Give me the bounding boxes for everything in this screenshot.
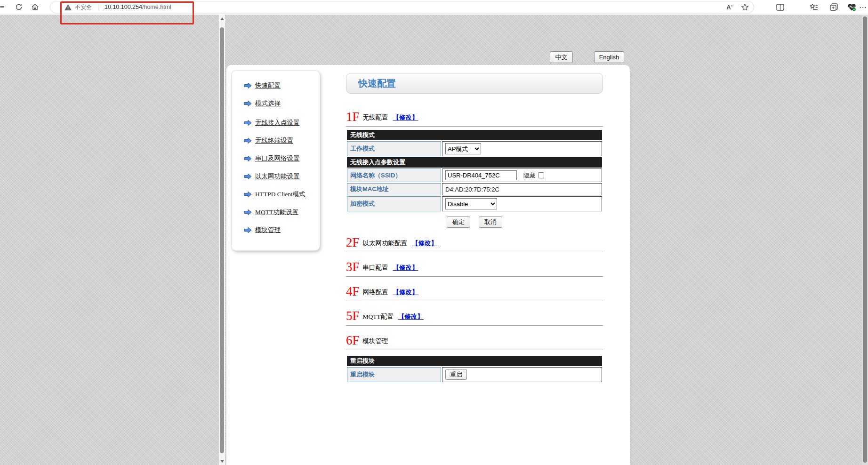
sidebar-link[interactable]: 快速配置 [255, 81, 281, 90]
work-mode-select[interactable]: AP模式 [445, 143, 481, 154]
sidebar-item-module-management[interactable]: 模块管理 [244, 224, 320, 236]
sidebar-item-quick-config[interactable]: 快速配置 [244, 80, 320, 91]
home-button[interactable] [29, 1, 40, 13]
section-3f-header: 3F 串口配置 【修改】 [346, 259, 603, 273]
encryption-label: 加密模式 [347, 196, 441, 211]
modify-link-3f[interactable]: 【修改】 [393, 264, 418, 273]
floor-number: 1F [346, 111, 360, 123]
settings-more-button[interactable]: ⋯ [857, 1, 868, 13]
home-icon [31, 3, 39, 11]
sidebar-link[interactable]: 无线终端设置 [255, 136, 293, 145]
webpage-background: 中文 English 快速配置 模式选择 无线接入点设置 [0, 15, 868, 465]
cancel-button[interactable]: 取消 [479, 216, 502, 228]
section-divider [346, 252, 603, 252]
mac-label: 模块MAC地址 [347, 183, 441, 195]
favorites-star-lines-icon [810, 3, 818, 11]
sidebar-link[interactable]: 模式选择 [255, 99, 281, 108]
sidebar-item-sta-settings[interactable]: 无线终端设置 [244, 135, 320, 146]
floor-number: 6F [346, 334, 360, 347]
collections-icon [830, 3, 838, 11]
blue-arrow-icon [244, 100, 252, 107]
hide-ssid-label: 隐藏 [523, 172, 536, 179]
section-label: 串口配置 [363, 264, 388, 273]
scroll-up-icon[interactable] [219, 16, 225, 22]
blue-arrow-icon [244, 82, 252, 89]
floor-number: 4F [346, 285, 360, 298]
blue-arrow-icon [244, 191, 252, 198]
browser-essentials-icon [847, 3, 856, 11]
sidebar-item-httpd-client[interactable]: HTTPD Client模式 [244, 189, 320, 200]
ap-params-header: 无线接入点参数设置 [347, 157, 602, 168]
modify-link-4f[interactable]: 【修改】 [393, 288, 418, 298]
restart-button[interactable]: 重启 [445, 369, 467, 380]
browser-essentials-button[interactable] [846, 1, 857, 13]
section-divider [346, 325, 603, 326]
floor-number: 5F [346, 310, 360, 322]
url-text[interactable]: 10.10.100.254/home.html [104, 4, 171, 10]
encryption-select[interactable]: Disable [445, 198, 497, 209]
sidebar-item-mqtt-settings[interactable]: MQTT功能设置 [244, 207, 320, 218]
blue-arrow-icon [244, 209, 252, 216]
section-5f-header: 5F MQTT配置 【修改】 [346, 308, 603, 322]
scrollbar-thumb[interactable] [220, 27, 224, 453]
section-label: 网络配置 [363, 288, 388, 298]
blue-arrow-icon [244, 173, 252, 180]
modify-link-5f[interactable]: 【修改】 [398, 313, 424, 322]
sidebar-menu: 快速配置 模式选择 无线接入点设置 无线终端设置 串口及网络设置 [232, 71, 320, 250]
page-title: 快速配置 [346, 73, 603, 94]
sidebar-item-uart-settings[interactable]: 串口及网络设置 [244, 153, 320, 164]
window-scrollbar[interactable] [862, 15, 868, 465]
favorite-star-icon[interactable] [741, 3, 749, 11]
sidebar-link[interactable]: MQTT功能设置 [255, 208, 298, 216]
blue-arrow-icon [244, 155, 252, 162]
section-divider [346, 301, 603, 301]
restart-label: 重启模块 [347, 367, 441, 382]
browser-toolbar: 不安全 10.10.100.254/home.html Aⁿ [0, 0, 868, 14]
floor-number: 2F [346, 236, 360, 249]
english-language-button[interactable]: English [594, 51, 624, 63]
confirm-button[interactable]: 确定 [447, 216, 470, 228]
modify-link-1f[interactable]: 【修改】 [393, 113, 418, 123]
sidebar-link[interactable]: 无线接入点设置 [255, 119, 300, 127]
sidebar-link[interactable]: HTTPD Client模式 [255, 190, 305, 199]
sidebar-link[interactable]: 模块管理 [255, 226, 281, 234]
section-label: 以太网功能配置 [363, 239, 408, 249]
split-screen-icon [776, 4, 784, 11]
encryption-cell: Disable [442, 196, 602, 211]
section-label: 模块管理 [363, 337, 388, 347]
scroll-down-icon[interactable] [219, 458, 225, 464]
split-screen-button[interactable] [774, 1, 786, 13]
blue-arrow-icon [244, 120, 252, 126]
chinese-language-button[interactable]: 中文 [550, 51, 573, 63]
sidebar-link[interactable]: 串口及网络设置 [255, 154, 300, 163]
collections-button[interactable] [828, 1, 839, 13]
refresh-icon [15, 3, 23, 11]
address-bar[interactable]: 不安全 10.10.100.254/home.html Aⁿ [50, 1, 754, 13]
section-6f-header: 6F 模块管理 [346, 333, 603, 347]
not-secure-warning-icon [64, 4, 72, 10]
ssid-label: 网络名称（SSID） [347, 168, 441, 182]
sidebar-item-ap-settings[interactable]: 无线接入点设置 [244, 117, 320, 128]
section-1f-header: 1F 无线配置 【修改】 [346, 109, 603, 123]
section-4f-header: 4F 网络配置 【修改】 [346, 284, 603, 298]
back-icon[interactable] [0, 6, 4, 8]
section-divider [346, 276, 603, 277]
window-scrollbar-thumb[interactable] [863, 16, 867, 463]
blue-arrow-icon [244, 227, 252, 233]
sidebar-item-ethernet-settings[interactable]: 以太网功能设置 [244, 171, 320, 182]
address-divider [98, 4, 98, 11]
ssid-input[interactable] [445, 170, 517, 180]
not-secure-label[interactable]: 不安全 [75, 3, 92, 11]
favorites-button[interactable] [808, 1, 820, 13]
refresh-button[interactable] [13, 1, 24, 13]
frame-scrollbar[interactable] [219, 15, 225, 465]
floor-number: 3F [346, 261, 360, 273]
modify-link-2f[interactable]: 【修改】 [412, 239, 437, 249]
sidebar-link[interactable]: 以太网功能设置 [255, 172, 300, 181]
read-aloud-icon[interactable]: Aⁿ [726, 4, 732, 11]
sidebar-item-mode-select[interactable]: 模式选择 [244, 98, 320, 109]
mac-value: D4:AD:20:7D:75:2C [445, 186, 499, 193]
url-path: /home.html [142, 4, 171, 10]
hide-ssid-checkbox[interactable] [538, 172, 544, 178]
wireless-config-table: 无线模式 工作模式 AP模式 无线接入点参数设置 网络名称（SSID） [346, 129, 603, 212]
